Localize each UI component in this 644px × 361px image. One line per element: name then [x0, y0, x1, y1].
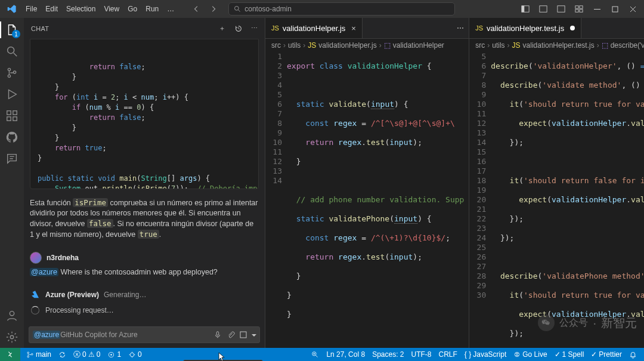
- svg-point-17: [8, 75, 10, 77]
- status-cursor[interactable]: Ln 27, Col 8: [323, 350, 369, 359]
- svg-point-23: [10, 311, 14, 316]
- menu-selection[interactable]: Selection: [62, 0, 100, 18]
- breadcrumb-1[interactable]: src› utils› JSvalidationHelper.js› ⬚vali…: [265, 39, 469, 52]
- status-sync[interactable]: [55, 351, 70, 359]
- tab-validationhelper-test[interactable]: JS validationHelper.test.js: [469, 18, 581, 38]
- status-encoding[interactable]: UTF-8: [408, 350, 435, 359]
- processing-row: Processing request…: [31, 306, 259, 314]
- settings-gear-icon[interactable]: [0, 326, 24, 348]
- layout-panel-icon[interactable]: [516, 0, 534, 18]
- command-center[interactable]: contoso-admin: [228, 2, 455, 16]
- run-debug-icon[interactable]: [0, 84, 24, 105]
- svg-rect-8: [575, 6, 578, 8]
- maximize-icon[interactable]: [606, 0, 624, 18]
- agent-status: Generating…: [104, 291, 146, 299]
- watermark: 公众号 · 新智元: [538, 314, 637, 331]
- menu-run[interactable]: Run: [141, 0, 163, 18]
- tab-label: validationHelper.test.js: [487, 24, 564, 33]
- svg-point-30: [27, 356, 29, 357]
- menu-edit[interactable]: Edit: [41, 0, 62, 18]
- mic-icon[interactable]: [213, 331, 222, 339]
- code-block: return false; } } for (int i = 2; i < nu…: [30, 39, 259, 189]
- source-control-icon[interactable]: [0, 62, 24, 84]
- layout-custom-icon[interactable]: [570, 0, 588, 18]
- processing-text: Processing request…: [45, 306, 114, 314]
- status-spaces[interactable]: Spaces: 2: [369, 350, 407, 359]
- user-avatar: [30, 252, 42, 264]
- tab-close-icon[interactable]: ×: [351, 24, 356, 33]
- input-mention: @azure: [33, 331, 60, 339]
- layout-bottom-icon[interactable]: [534, 0, 552, 18]
- status-problems[interactable]: ⓧ0⚠0: [70, 350, 104, 360]
- title-bar: File Edit Selection View Go Run … contos…: [0, 0, 644, 18]
- attach-icon[interactable]: [227, 331, 235, 339]
- nav-arrows: [193, 5, 218, 13]
- svg-rect-21: [13, 117, 17, 121]
- user-message-header: n3rdneha: [30, 252, 259, 264]
- activity-bar: 1: [0, 18, 24, 348]
- js-file-icon: JS: [475, 24, 483, 32]
- tabs-1: JS validationHelper.js × ⋯: [265, 18, 469, 39]
- history-icon[interactable]: [234, 24, 243, 33]
- tab-label: validationHelper.js: [283, 24, 346, 33]
- svg-point-16: [8, 68, 10, 70]
- chat-input[interactable]: @azure GitHub Copilot for Azure: [29, 326, 260, 343]
- status-golive[interactable]: Go Live: [510, 350, 550, 359]
- dirty-dot-icon: [570, 26, 575, 30]
- code-area-1[interactable]: 1234567891011121314 export class validat…: [265, 52, 469, 348]
- nav-forward-icon[interactable]: [209, 5, 218, 13]
- chat-title: CHAT: [31, 25, 210, 32]
- menu-more[interactable]: …: [163, 0, 178, 18]
- badge-files: 1: [12, 30, 20, 38]
- tab-validationhelper[interactable]: JS validationHelper.js ×: [265, 18, 363, 38]
- chat-header: CHAT ＋ ⋯: [24, 18, 265, 39]
- status-spell[interactable]: ✓1 Spell: [551, 350, 588, 359]
- watermark-label: 公众号: [559, 317, 588, 329]
- new-chat-icon[interactable]: ＋: [219, 24, 225, 33]
- status-debug[interactable]: 0: [125, 350, 145, 359]
- github-icon[interactable]: [0, 126, 24, 148]
- nav-back-icon[interactable]: [193, 5, 201, 13]
- status-language[interactable]: { } JavaScript: [461, 350, 510, 359]
- vscode-logo: [7, 4, 17, 14]
- svg-point-14: [8, 47, 14, 54]
- window-controls: [588, 0, 642, 18]
- tab-more-icon[interactable]: ⋯: [457, 24, 464, 32]
- account-icon[interactable]: [0, 305, 24, 326]
- send-dropdown-icon[interactable]: [252, 333, 256, 337]
- stop-icon[interactable]: [240, 331, 247, 338]
- menu-go[interactable]: Go: [123, 0, 141, 18]
- explorer-icon[interactable]: 1: [0, 19, 24, 41]
- svg-rect-3: [522, 6, 524, 13]
- search-icon: [234, 5, 241, 13]
- status-zoom[interactable]: [308, 351, 323, 359]
- close-icon[interactable]: [624, 0, 642, 18]
- app-menu: File Edit Selection View Go Run …: [21, 0, 178, 18]
- breadcrumb-2[interactable]: src› utils› JSvalidationHelper.test.js› …: [469, 39, 644, 52]
- status-prettier[interactable]: ✓Prettier: [587, 350, 626, 359]
- editor-group: JS validationHelper.js × ⋯ src› utils› J…: [265, 18, 644, 348]
- menu-view[interactable]: View: [100, 0, 123, 18]
- chat-icon[interactable]: [0, 148, 24, 169]
- status-ports[interactable]: 1: [104, 350, 125, 359]
- svg-rect-25: [216, 332, 219, 335]
- chat-more-icon[interactable]: ⋯: [251, 24, 258, 32]
- explanation-text: Esta función isPrime comprueba si un núm…: [30, 198, 259, 240]
- remote-indicator[interactable]: [0, 348, 20, 361]
- chat-panel: CHAT ＋ ⋯ return false; } } for (int i = …: [24, 18, 265, 348]
- status-branch[interactable]: main: [23, 350, 55, 359]
- watermark-name: 新智元: [601, 315, 637, 331]
- status-eol[interactable]: CRLF: [435, 350, 461, 359]
- minimize-icon[interactable]: [588, 0, 606, 18]
- status-bell-icon[interactable]: [626, 351, 640, 359]
- code-area-2[interactable]: 5678910111213141516171819202122232425262…: [469, 52, 644, 348]
- svg-line-1: [239, 10, 240, 12]
- input-placeholder: GitHub Copilot for Azure: [60, 331, 137, 339]
- menu-file[interactable]: File: [21, 0, 41, 18]
- extensions-icon[interactable]: [0, 105, 24, 126]
- azure-icon: [30, 289, 41, 300]
- svg-rect-11: [580, 10, 583, 12]
- search-activity-icon[interactable]: [0, 41, 24, 62]
- layout-right-icon[interactable]: [552, 0, 570, 18]
- svg-rect-12: [594, 9, 600, 10]
